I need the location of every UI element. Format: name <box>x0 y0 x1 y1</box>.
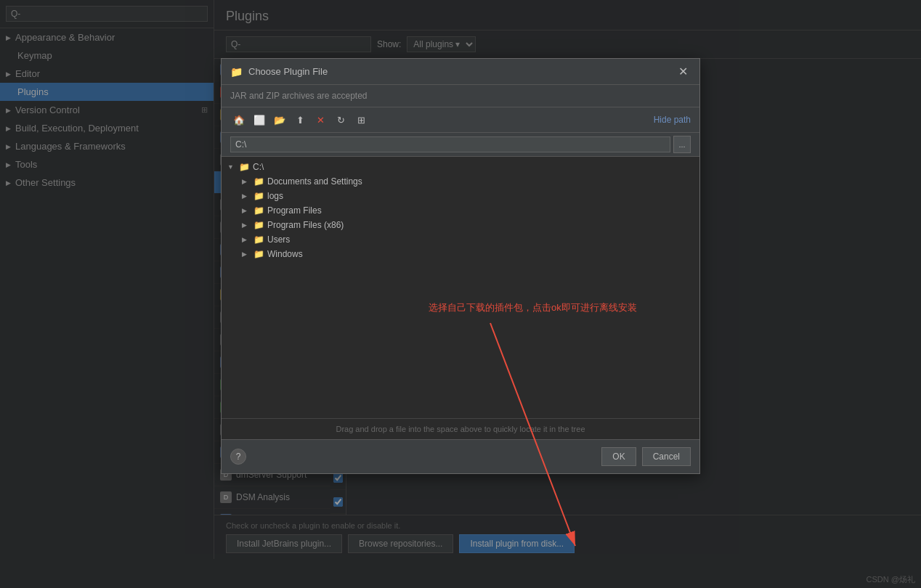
drag-drop-hint-text: Drag and drop a file into the space abov… <box>336 425 585 433</box>
tree-item-label: logs <box>267 191 283 201</box>
dialog-footer-right: OK Cancel <box>601 447 691 466</box>
dialog-subtitle-text: JAR and ZIP archives are accepted <box>230 91 368 101</box>
cut-btn[interactable]: ✕ <box>312 112 329 128</box>
tree-arrow-icon: ▶ <box>242 178 251 185</box>
view-btn[interactable]: ⊞ <box>352 112 370 128</box>
tree-arrow-icon: ▶ <box>242 221 251 229</box>
refresh-btn[interactable]: ↻ <box>332 112 349 128</box>
window-wrapper: ⚙ Settings ▶ Appearance & Behavior Keyma… <box>0 0 921 588</box>
tree-root-item[interactable]: ▼ 📁 C:\ <box>222 160 699 174</box>
choose-plugin-dialog: 📁 Choose Plugin File ✕ JAR and ZIP archi… <box>221 58 700 474</box>
up-btn[interactable]: ⬆ <box>291 112 309 128</box>
new-folder-btn[interactable]: 📂 <box>271 112 288 128</box>
path-input[interactable] <box>230 136 670 152</box>
path-bar: ... <box>222 133 699 157</box>
tree-item[interactable]: ▶ 📁 logs <box>236 189 699 203</box>
file-tree: ▼ 📁 C:\ ▶ 📁 Documents and Settings ▶ 📁 l… <box>222 157 699 418</box>
tree-arrow-icon: ▶ <box>242 192 251 200</box>
tree-arrow-icon: ▶ <box>242 236 251 243</box>
folder-icon: 📁 <box>253 191 264 201</box>
folder-icon: 📁 <box>239 162 250 172</box>
dialog-toolbar: 🏠 ⬜ 📂 ⬆ ✕ ↻ ⊞ Hide path <box>222 107 699 133</box>
folder-icon: 📁 <box>253 205 264 216</box>
tree-children: ▶ 📁 Documents and Settings ▶ 📁 logs ▶ 📁 … <box>222 174 699 261</box>
tree-item[interactable]: ▶ 📁 Program Files (x86) <box>236 218 699 232</box>
tree-item-label: Documents and Settings <box>267 176 362 187</box>
tree-item-label: Windows <box>267 249 303 259</box>
tree-arrow-icon: ▼ <box>227 163 236 171</box>
tree-item[interactable]: ▶ 📁 Documents and Settings <box>236 174 699 189</box>
path-browse-button[interactable]: ... <box>673 136 691 153</box>
dialog-title-icon: 📁 <box>230 66 243 78</box>
home-btn[interactable]: 🏠 <box>230 112 248 128</box>
tree-item-label: C:\ <box>253 162 264 172</box>
dialog-title-bar: 📁 Choose Plugin File ✕ <box>222 59 699 85</box>
folder-icon: 📁 <box>253 220 264 230</box>
help-button[interactable]: ? <box>230 449 246 465</box>
tree-item[interactable]: ▶ 📁 Program Files <box>236 203 699 218</box>
tree-item[interactable]: ▶ 📁 Users <box>236 232 699 247</box>
folder-icon: 📁 <box>253 176 264 187</box>
tree-item-label: Program Files <box>267 205 322 216</box>
dialog-title-text: Choose Plugin File <box>248 66 328 77</box>
dialog-toolbar-left: 🏠 ⬜ 📂 ⬆ ✕ ↻ ⊞ <box>230 112 370 128</box>
tree-item-label: Users <box>267 234 290 245</box>
tree-item[interactable]: ▶ 📁 Windows <box>236 247 699 261</box>
folder-icon: 📁 <box>253 249 264 259</box>
drag-drop-hint: Drag and drop a file into the space abov… <box>222 418 699 439</box>
dialog-footer: ? OK Cancel <box>222 439 699 473</box>
tree-arrow-icon: ▶ <box>242 207 251 214</box>
dialog-overlay: 📁 Choose Plugin File ✕ JAR and ZIP archi… <box>0 0 921 588</box>
tree-item-label: Program Files (x86) <box>267 220 344 230</box>
cancel-button[interactable]: Cancel <box>642 447 691 466</box>
ok-button[interactable]: OK <box>601 447 636 466</box>
hide-path-button[interactable]: Hide path <box>654 115 691 125</box>
tree-arrow-icon: ▶ <box>242 250 251 258</box>
dialog-close-button[interactable]: ✕ <box>675 65 691 78</box>
dialog-subtitle: JAR and ZIP archives are accepted <box>222 85 699 107</box>
desktop-btn[interactable]: ⬜ <box>251 112 268 128</box>
dialog-title: 📁 Choose Plugin File <box>230 66 328 78</box>
folder-icon: 📁 <box>253 234 264 245</box>
